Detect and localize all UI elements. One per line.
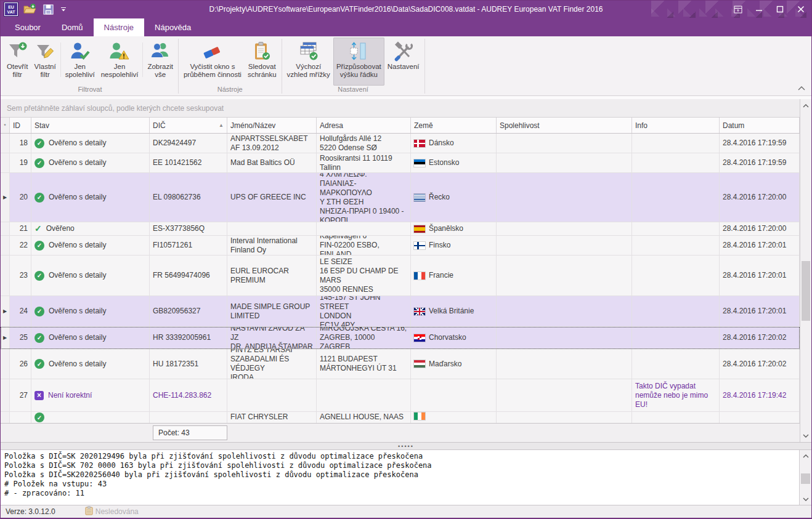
group-by-panel[interactable]: Sem přetáhněte záhlaví sloupců, podle kt…	[1, 99, 800, 118]
column-header-id[interactable]: ID	[10, 118, 31, 133]
column-header-dič[interactable]: DIČ▲	[150, 118, 227, 133]
cell-date: 28.4.2016 17:20:01	[720, 255, 800, 296]
ribbon-button-otev-t-filtr[interactable]: Otevřít filtr	[4, 38, 31, 86]
cell-info	[632, 236, 720, 255]
ribbon-group-filtrovat: Otevřít filtrVlastní filtrJen spolehliví…	[2, 36, 178, 95]
tab-nástroje[interactable]: Nástroje	[94, 18, 144, 36]
table-row-24[interactable]: ▶24✓Ověřeno s detailyGB820956327MADE SIM…	[1, 296, 800, 327]
open-file-button[interactable]	[23, 3, 36, 15]
ribbon-group-label: Nástroje	[179, 86, 282, 95]
table-row-22[interactable]: 22✓Ověřeno s detailyFI10571261Interval I…	[1, 236, 800, 255]
tab-nápověda[interactable]: Nápověda	[144, 18, 201, 36]
activity-log[interactable]: Položka s DIČ=SK 2020129496 byla při zji…	[1, 450, 799, 505]
row-indicator: ▶	[1, 327, 10, 349]
ribbon-button-p-izp-sobovat-v-ku-dku[interactable]: Přizpůsobovat výšku řádku	[333, 38, 384, 86]
x-square-icon: ×	[35, 391, 44, 400]
log-line: # - zpracováno: 11	[4, 489, 795, 498]
row-indicator	[1, 412, 10, 423]
qat-dropdown-icon[interactable]	[60, 6, 67, 12]
tab-domů[interactable]: Domů	[51, 18, 94, 36]
column-header-spolehlivost[interactable]: Spolehlivost	[497, 118, 632, 133]
filter-open-icon	[7, 39, 28, 63]
grid-scroll-thumb[interactable]	[802, 261, 810, 321]
column-header-adresa[interactable]: Adresa	[317, 118, 411, 133]
tab-soubor[interactable]: Soubor	[4, 18, 51, 36]
ribbon-button-jen-spolehliv[interactable]: Jen spolehliví	[62, 38, 98, 86]
column-header-label: Stav	[35, 121, 49, 130]
column-header-info[interactable]: Info	[632, 118, 720, 133]
minimize-button[interactable]	[749, 1, 769, 18]
table-row-20[interactable]: ▶20✓Ověřeno s detailyEL 098062736UPS OF …	[1, 173, 800, 222]
log-scroll-down-icon[interactable]	[800, 494, 811, 504]
cell-reliability	[497, 236, 632, 255]
country-label: Chorvatsko	[429, 333, 466, 342]
row-indicator: ▶	[1, 173, 10, 222]
close-button[interactable]	[790, 1, 811, 18]
column-header-indicator[interactable]: *	[1, 118, 10, 133]
ribbon-button-label: Vyčistit okno s průběhem činnosti	[184, 63, 242, 79]
scroll-up-icon[interactable]	[800, 100, 811, 111]
table-row-23[interactable]: 23✓Ověřeno s detailyFR 56499474096EURL E…	[1, 255, 800, 296]
status-label: Ověřeno s detaily	[49, 307, 106, 316]
cell-id: 21	[10, 222, 31, 236]
cell-id: 27	[10, 379, 31, 412]
ribbon-button-label: Jen spolehliví	[65, 63, 95, 79]
table-row-25[interactable]: ▶25✓Ověřeno s detailyHR 33392005961NASTA…	[1, 327, 800, 349]
column-header-label: Adresa	[320, 121, 343, 130]
table-row-21[interactable]: 21✓OvěřenoES-X3773856QŠpanělsko28.4.2016…	[1, 222, 800, 236]
cell-reliability	[497, 296, 632, 327]
cell-date: 28.4.2016 17:20:00	[720, 173, 800, 222]
cell-status: ✓Ověřeno s detaily	[31, 236, 150, 255]
ribbon-button-v-choz-vzhled-m-ky[interactable]: Výchozí vzhled mřížky	[284, 38, 333, 86]
column-header-label: Datum	[723, 121, 744, 130]
table-row-18[interactable]: 18✓Ověřeno s detailyDK29424497ANPARTSSEL…	[1, 134, 800, 153]
ribbon-button-vlastn-filtr[interactable]: Vlastní filtr	[31, 38, 59, 86]
cell-dic: EL 098062736	[150, 173, 227, 222]
cell-date: 28.4.2016 17:20:02	[720, 327, 800, 349]
save-button[interactable]	[43, 4, 54, 15]
log-vertical-scrollbar[interactable]	[799, 450, 811, 505]
maximize-button[interactable]	[769, 1, 790, 18]
quick-access-toolbar	[23, 3, 67, 15]
scroll-down-icon[interactable]	[800, 430, 811, 441]
log-scroll-up-icon[interactable]	[800, 451, 811, 461]
column-header-jméno/název[interactable]: Jméno/Název	[227, 118, 317, 133]
ribbon-button-zobrazit-v-e[interactable]: Zobrazit vše	[144, 38, 176, 86]
cell-info	[632, 412, 720, 423]
grid-vertical-scrollbar[interactable]	[800, 99, 811, 442]
cell-date	[720, 412, 800, 423]
log-scroll-thumb[interactable]	[801, 473, 810, 484]
ribbon-button-sledovat-schr-nku[interactable]: Sledovat schránku	[245, 38, 280, 86]
column-header-datum[interactable]: Datum	[720, 118, 800, 133]
cell-id: 24	[10, 296, 31, 327]
cell-status: ✓Ověřeno	[31, 222, 150, 236]
column-header-stav[interactable]: Stav	[31, 118, 150, 133]
collapse-ribbon-icon[interactable]	[798, 82, 805, 93]
row-indicator	[1, 153, 10, 173]
table-row-19[interactable]: 19✓Ověřeno s detailyEE 101421562Mad Bat …	[1, 153, 800, 173]
ribbon-display-options-button[interactable]	[728, 1, 749, 18]
sort-ascending-icon: ▲	[219, 123, 224, 128]
ribbon-button-vy-istit-okno-s-pr-b-hem-innosti[interactable]: Vyčistit okno s průběhem činnosti	[181, 38, 245, 86]
cell-name: NASTAVNI ZAVOD ZA JZ DR. ANDRIJA ŠTAMPAR	[227, 327, 317, 349]
log-line: # Položek na vstupu: 43	[4, 480, 795, 489]
ribbon-button-jen-nespolehliv[interactable]: Jen nespolehliví	[98, 38, 142, 86]
log-line: Položka s DIČ=SK 702 0000 163 byla při z…	[4, 461, 795, 470]
status-label: Ověřeno	[46, 224, 75, 233]
table-row-27[interactable]: 27×Není korektníCHE-114.283.862Takto DIČ…	[1, 379, 800, 412]
status-label: Ověřeno s detaily	[49, 360, 106, 369]
cell-address	[317, 222, 411, 236]
ribbon-group-nastavení: Výchozí vzhled mřížkyPřizpůsobovat výšku…	[282, 36, 424, 95]
splitter-handle[interactable]: •••••	[1, 443, 811, 450]
column-header-země[interactable]: Země	[411, 118, 497, 133]
app-icon[interactable]: EU VAT	[4, 2, 18, 16]
cell-country: Řecko	[411, 173, 497, 222]
cell-info: Takto DIČ vypadat nemůže nebo je mimo EU…	[632, 379, 720, 412]
cell-name: ANPARTSSELSKABET AF 13.09.2012	[227, 134, 317, 153]
ribbon-button-nastaven[interactable]: Nastavení	[384, 38, 423, 86]
table-row-26[interactable]: 26✓Ověřeno s detailyHU 18172351PINTZ ÉS …	[1, 349, 800, 379]
cell-address: 4 ΧΛΜ ΛΕΩΦ. ΠΑΙΑΝΙΑΣ-ΜΑΡΚΟΠΟΥΛΟ Υ ΣΤΗ ΘΕ…	[317, 173, 411, 222]
person-warn-icon	[109, 39, 130, 63]
table-row-partial[interactable]: ✓FIAT CHRYSLERAGNELLI HOUSE, NAAS	[1, 412, 800, 423]
cell-date: 28.4.2016 17:19:59	[720, 153, 800, 173]
